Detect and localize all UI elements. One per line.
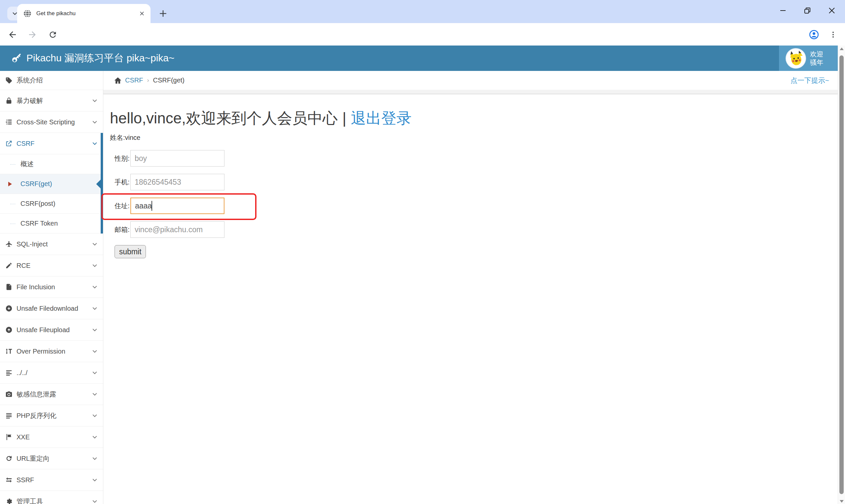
address-field[interactable] <box>130 198 225 214</box>
sidebar-item-label: XXE <box>17 433 30 441</box>
file-icon <box>5 283 13 291</box>
sidebar-item-label: Cross-Site Scripting <box>17 119 75 126</box>
exchange-icon <box>5 476 13 484</box>
main-content: hello,vince,欢迎来到个人会员中心|退出登录 姓名:vince 性别:… <box>103 94 838 504</box>
new-tab-button[interactable] <box>156 7 170 20</box>
sidebar-item[interactable]: Unsafe Fileupload <box>0 319 103 341</box>
sidebar-item[interactable]: 暴力破解 <box>0 90 103 111</box>
phone-field[interactable] <box>130 174 225 190</box>
form-row: 手机: <box>115 174 225 190</box>
sidebar-item-label: Unsafe Filedownload <box>17 305 78 312</box>
scrollbar-thumb[interactable] <box>839 55 844 494</box>
field-label: 住址: <box>115 201 130 211</box>
sidebar-item-label: CSRF <box>17 140 34 147</box>
scrollbar-up-arrow-icon[interactable] <box>840 48 844 50</box>
sidebar-item[interactable]: Unsafe Filedownload <box>0 298 103 319</box>
sidebar-item[interactable]: RCE <box>0 255 103 276</box>
camera-icon <box>5 390 13 398</box>
sidebar-item-label: SSRF <box>17 476 34 484</box>
home-icon[interactable] <box>114 76 122 85</box>
submit-button[interactable]: submit <box>115 245 146 258</box>
scrollbar-down-arrow-icon[interactable] <box>840 500 844 503</box>
sidebar-item[interactable]: CSRF <box>0 133 103 155</box>
chevron-down-icon <box>92 284 98 290</box>
sidebar-subitem[interactable]: CSRF Token <box>0 214 103 234</box>
sidebar-item[interactable]: PHP反序列化 <box>0 405 103 427</box>
pencil-icon <box>5 262 13 269</box>
window-minimize-button[interactable] <box>776 3 790 18</box>
reload-button[interactable] <box>47 29 59 40</box>
submenu-tick <box>10 204 16 204</box>
tab-title: Get the pikachu <box>36 10 139 17</box>
sidebar-item[interactable]: XXE <box>0 427 103 448</box>
plane-icon <box>5 240 13 248</box>
sidebar-item[interactable]: ../../ <box>0 362 103 384</box>
sidebar-item-label: File Inclusion <box>17 283 55 291</box>
csrf-submenu: 概述CSRF(get)CSRF(post)CSRF Token <box>0 155 103 234</box>
greeting-text: hello,vince,欢迎来到个人会员中心 <box>110 109 338 127</box>
refresh-icon <box>5 454 13 463</box>
sidebar-item-label: Unsafe Fileupload <box>17 326 70 334</box>
chevron-down-icon <box>92 434 98 440</box>
chevron-down-icon <box>92 327 98 333</box>
browser-tab[interactable]: Get the pikachu <box>17 4 151 23</box>
chevron-down-icon <box>92 263 98 269</box>
sidebar-item-label: URL重定向 <box>17 454 50 463</box>
sidebar-subitem-label: CSRF(post) <box>20 200 55 208</box>
chevron-down-icon <box>92 119 98 125</box>
back-button[interactable] <box>6 29 18 40</box>
header-divider <box>103 90 838 94</box>
flag-icon <box>5 433 13 441</box>
sidebar-item[interactable]: 敏感信息泄露 <box>0 384 103 405</box>
chevron-down-icon <box>92 498 98 504</box>
browser-toolbar: ⚠ 不安全 pikachu:8765/vul/csrf/csrfget/csrf… <box>0 23 845 46</box>
gear-icon <box>5 498 13 504</box>
profile-icon[interactable] <box>808 29 820 40</box>
tab-close-icon[interactable] <box>139 11 145 16</box>
sex-field[interactable] <box>130 150 225 166</box>
page-scrollbar[interactable] <box>838 46 845 504</box>
text-cursor <box>152 201 152 211</box>
breadcrumb: CSRF › CSRF(get) 点一下提示~ <box>103 71 838 90</box>
menu-dots-icon[interactable] <box>827 29 839 40</box>
align-justify-icon <box>5 412 13 419</box>
name-line: 姓名:vince <box>110 133 140 142</box>
active-item-arrow-icon <box>8 182 12 186</box>
sidebar-item[interactable]: 系统介绍 <box>0 71 103 90</box>
sidebar-item[interactable]: URL重定向 <box>0 448 103 469</box>
tags-icon <box>5 76 13 85</box>
tab-strip: Get the pikachu <box>0 0 845 23</box>
submenu-tick <box>10 164 16 165</box>
sidebar-item-label: 敏感信息泄露 <box>17 390 56 399</box>
sidebar-subitem[interactable]: CSRF(post) <box>0 194 103 214</box>
hint-link[interactable]: 点一下提示~ <box>791 76 829 85</box>
align-left-icon <box>5 369 13 377</box>
sidebar-subitem[interactable]: CSRF(get) <box>0 174 103 194</box>
sidebar-item[interactable]: Over Permission <box>0 341 103 362</box>
key-icon <box>11 53 22 64</box>
sidebar-subitem[interactable]: 概述 <box>0 155 103 174</box>
forward-button[interactable] <box>27 29 38 40</box>
sidebar-item-label: RCE <box>17 262 30 269</box>
sidebar-item-label: SQL-Inject <box>17 240 48 248</box>
pikachu-avatar <box>786 48 806 69</box>
share-icon <box>5 140 13 147</box>
sidebar-item[interactable]: SSRF <box>0 469 103 491</box>
breadcrumb-section-link[interactable]: CSRF <box>125 76 143 84</box>
sidebar: 系统介绍暴力破解Cross-Site ScriptingCSRF概述CSRF(g… <box>0 71 103 504</box>
logout-link[interactable]: 退出登录 <box>351 109 411 127</box>
sidebar-item[interactable]: Cross-Site Scripting <box>0 111 103 133</box>
email-field[interactable] <box>130 221 225 238</box>
csrf-expanded-group: CSRF概述CSRF(get)CSRF(post)CSRF Token <box>0 133 103 234</box>
sidebar-item[interactable]: 管理工具 <box>0 491 103 504</box>
field-label: 邮箱: <box>115 225 130 234</box>
app-title: Pikachu 漏洞练习平台 pika~pika~ <box>27 52 175 65</box>
window-restore-button[interactable] <box>800 3 815 18</box>
window-close-button[interactable] <box>825 3 839 18</box>
download-circle-icon <box>5 304 13 312</box>
upload-circle-icon <box>5 326 13 334</box>
sidebar-item[interactable]: SQL-Inject <box>0 234 103 255</box>
header-user-box[interactable]: 欢迎 骚年 <box>779 46 838 71</box>
sidebar-item[interactable]: File Inclusion <box>0 276 103 298</box>
sidebar-subitem-label: CSRF Token <box>20 220 58 227</box>
